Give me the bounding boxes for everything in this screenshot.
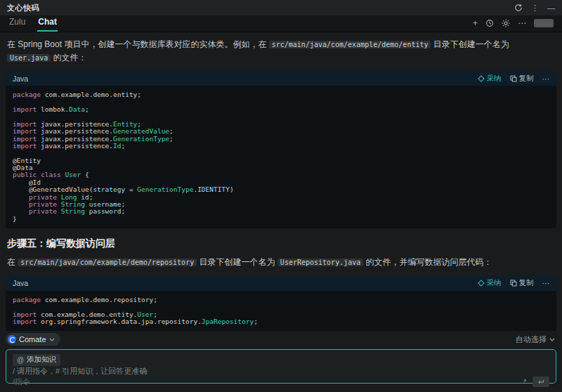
send-button[interactable] <box>532 377 549 387</box>
copy-button[interactable]: 复制 <box>510 74 534 84</box>
adopt-button[interactable]: 采纳 <box>478 278 502 288</box>
add-knowledge-label: 添加知识 <box>27 355 56 365</box>
model-selector[interactable]: Comate <box>6 333 60 346</box>
code-language-label: Java <box>13 74 28 83</box>
chat-input[interactable]: @ 添加知识 / 调用指令，# 引用知识，让回答更准确 /指令 <box>6 349 556 384</box>
copy-label: 复制 <box>519 74 534 84</box>
assistant-paragraph: 在 src/main/java/com/example/demo/reposit… <box>7 256 555 269</box>
at-icon: @ <box>17 356 24 364</box>
input-placeholder: / 调用指令，# 引用知识，让回答更准确 <box>13 366 549 377</box>
command-hint: /指令 <box>13 377 30 387</box>
context-mode-selector[interactable]: 自动选择 <box>516 334 555 345</box>
code-more-button[interactable]: ⋯ <box>542 279 550 287</box>
model-name: Comate <box>19 335 46 344</box>
code-content: package com.example.demo.repository; imp… <box>6 291 556 331</box>
adopt-label: 采纳 <box>487 278 502 288</box>
title-bar-actions: ⋮ — <box>514 4 555 12</box>
code-actions: 采纳 复制 ⋯ <box>478 278 550 288</box>
copy-label: 复制 <box>519 278 534 288</box>
mode-label: 自动选择 <box>516 334 547 345</box>
tab-chat[interactable]: Chat <box>37 15 58 32</box>
new-chat-icon[interactable]: + <box>473 19 478 27</box>
adopt-label: 采纳 <box>487 74 502 84</box>
comate-panel: 文心快码 ⋮ — Zulu Chat + ⋯ 在 Spring Boot 项目中… <box>0 0 562 392</box>
code-more-button[interactable]: ⋯ <box>542 74 550 83</box>
code-content: package com.example.demo.entity; import … <box>6 86 556 228</box>
tab-bar-actions: + ⋯ <box>473 19 554 32</box>
add-knowledge-button[interactable]: @ 添加知识 <box>13 354 60 366</box>
input-bottom-row: /指令 <box>13 377 549 387</box>
history-icon[interactable] <box>485 19 494 27</box>
code-block-user-repository: Java 采纳 复制 ⋯ package com.example.demo.re… <box>6 276 556 331</box>
chevron-down-icon <box>49 338 55 341</box>
minimize-icon[interactable]: — <box>547 4 555 12</box>
assistant-paragraph: 在 Spring Boot 项目中，创建一个与数据库表对应的实体类。例如，在 s… <box>7 38 555 64</box>
expand-icon[interactable] <box>520 379 527 386</box>
code-language-label: Java <box>13 279 28 287</box>
panel-title: 文心快码 <box>7 3 39 13</box>
adopt-button[interactable]: 采纳 <box>478 74 502 84</box>
comate-logo-icon <box>8 335 16 344</box>
settings-gear-icon[interactable] <box>502 19 510 27</box>
enter-icon <box>537 379 544 385</box>
chat-message-area: 在 Spring Boot 项目中，创建一个与数据库表对应的实体类。例如，在 s… <box>0 32 562 331</box>
code-actions: 采纳 复制 ⋯ <box>478 74 550 84</box>
code-block-header: Java 采纳 复制 ⋯ <box>6 71 556 86</box>
unlabeled-pill-button[interactable] <box>534 19 554 27</box>
code-block-header: Java 采纳 复制 ⋯ <box>6 276 556 291</box>
code-block-user-entity: Java 采纳 复制 ⋯ package com.example.demo.en… <box>6 71 556 228</box>
composer-toolbar: Comate 自动选择 <box>0 331 562 349</box>
refresh-icon[interactable] <box>514 4 523 12</box>
title-bar: 文心快码 ⋮ — <box>0 0 562 15</box>
kebab-menu-icon[interactable]: ⋮ <box>531 4 539 12</box>
chevron-down-icon <box>549 338 555 341</box>
input-actions <box>520 377 549 387</box>
copy-button[interactable]: 复制 <box>510 278 534 288</box>
tab-bar: Zulu Chat + ⋯ <box>0 15 562 32</box>
section-heading: 步骤五：编写数据访问层 <box>7 237 555 250</box>
more-menu-icon[interactable]: ⋯ <box>518 19 526 27</box>
tab-zulu[interactable]: Zulu <box>8 15 26 32</box>
